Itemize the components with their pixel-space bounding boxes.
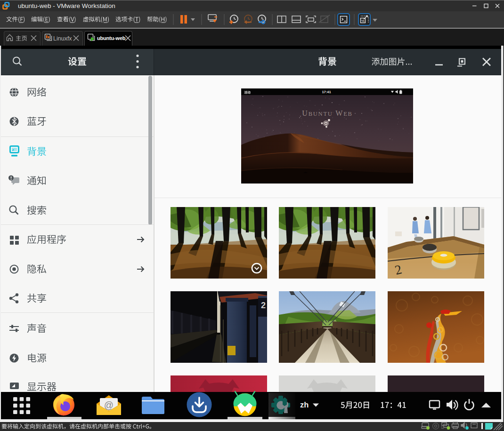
- svg-text:@: @: [104, 400, 114, 410]
- svg-text:%: %: [361, 19, 365, 23]
